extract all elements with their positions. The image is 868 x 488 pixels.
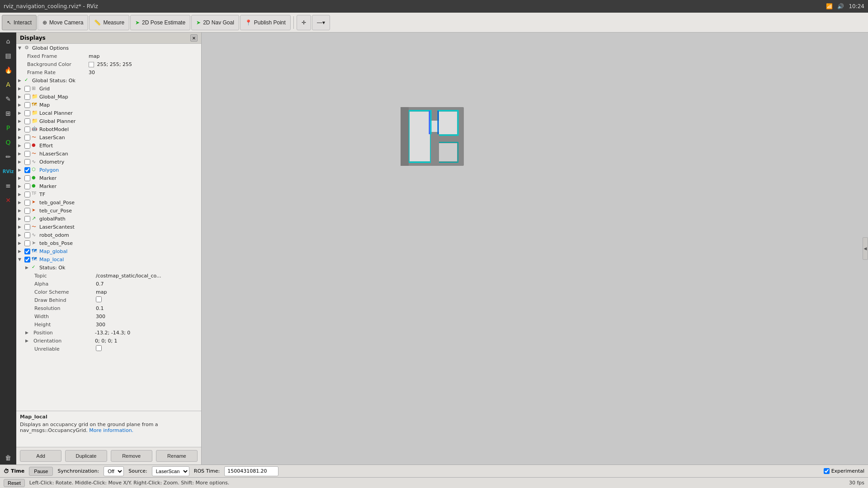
sidebar-icon-home[interactable]: ⌂	[1, 34, 15, 48]
tree-item-map-local[interactable]: ▼ 🗺 Map_local	[16, 255, 201, 263]
tree-item-odometry[interactable]: ▶ ∿ Odometry	[16, 158, 201, 166]
tree-item-laser-scantest[interactable]: ▶ 〜 LaserScantest	[16, 223, 201, 231]
sidebar-icon-list[interactable]: ≡	[1, 179, 15, 192]
tree-item-local-planner[interactable]: ▶ 📁 Local Planner	[16, 109, 201, 117]
tree-item-robot-odom[interactable]: ▶ ∿ robot_odom	[16, 231, 201, 239]
checkbox-laser-scantest[interactable]	[24, 224, 30, 230]
value-map-local-alpha: 0.7	[96, 281, 199, 287]
sidebar-icon-rviz[interactable]: RViz	[1, 164, 15, 178]
add-button[interactable]: Add	[20, 450, 61, 462]
prop-map-local-orientation[interactable]: ▶ Orientation 0; 0; 0; 1	[16, 337, 201, 345]
camera-icon: ⊕	[42, 19, 47, 26]
move-camera-button[interactable]: ⊕ Move Camera	[38, 15, 88, 30]
checkbox-effort[interactable]	[24, 143, 30, 149]
tree-item-effort[interactable]: ▶ ● Effort	[16, 141, 201, 150]
pause-button[interactable]: Pause	[29, 467, 53, 476]
tree-item-map-local-status[interactable]: ▶ ✓ Status: Ok	[16, 263, 201, 272]
tree-item-teb-goal-pose[interactable]: ▶ ➤ teb_goal_Pose	[16, 198, 201, 206]
tree-item-teb-obs-pose[interactable]: ▶ ➤ teb_obs_Pose	[16, 239, 201, 247]
collapse-handle[interactable]: ◀	[863, 237, 868, 260]
tree-item-robot-model[interactable]: ▶ 🤖 RobotModel	[16, 125, 201, 133]
crosshair-button[interactable]: ✛	[297, 15, 311, 30]
sidebar-icon-code[interactable]: P	[1, 121, 15, 135]
sidebar-icon-grid2[interactable]: ⊞	[1, 107, 15, 120]
checkbox-laser-scan[interactable]	[24, 135, 30, 141]
tree-item-teb-cur-pose[interactable]: ▶ ➤ teb_cur_Pose	[16, 206, 201, 215]
sync-select[interactable]: Off	[104, 466, 124, 476]
prop-map-local-color-scheme[interactable]: Color Scheme map	[16, 288, 201, 296]
tree-item-laser-scan[interactable]: ▶ 〜 LaserScan	[16, 133, 201, 141]
prop-map-local-height[interactable]: Height 300	[16, 320, 201, 328]
checkbox-global-map[interactable]	[24, 94, 30, 100]
checkbox-map-local[interactable]	[24, 257, 30, 263]
tree-item-global-map[interactable]: ▶ 📁 Global_Map	[16, 93, 201, 101]
checkbox-marker2[interactable]	[24, 183, 30, 189]
checkbox-local-planner[interactable]	[24, 110, 30, 116]
tree-item-hlaser-scan[interactable]: ▶ 〜 hLaserScan	[16, 150, 201, 158]
checkbox-polygon[interactable]	[24, 167, 30, 173]
prop-map-local-width[interactable]: Width 300	[16, 312, 201, 320]
tree-item-tf[interactable]: ▶ TF TF	[16, 190, 201, 198]
displays-close-button[interactable]: ✕	[190, 34, 198, 42]
prop-map-local-unreliable[interactable]: Unreliable	[16, 345, 201, 353]
checkbox-robot-model[interactable]	[24, 127, 30, 132]
prop-map-local-topic[interactable]: Topic /costmap_static/local_co...	[16, 272, 201, 280]
remove-button[interactable]: Remove	[111, 450, 152, 462]
sidebar-icon-edit[interactable]: ✎	[1, 92, 15, 106]
tree-item-global-path[interactable]: ▶ ↗ globalPath	[16, 215, 201, 223]
publish-point-button[interactable]: 📍 Publish Point	[240, 15, 291, 30]
tree-item-polygon[interactable]: ▶ ⬡ Polygon	[16, 166, 201, 174]
arrow-tf: ▶	[18, 192, 24, 197]
nav-goal-button[interactable]: ➤ 2D Nav Goal	[191, 15, 239, 30]
sidebar-icon-trash[interactable]: 🗑	[1, 451, 15, 465]
tree-item-map[interactable]: ▶ 🗺 Map	[16, 101, 201, 109]
prop-map-local-draw-behind[interactable]: Draw Behind	[16, 296, 201, 304]
measure-button[interactable]: 📏 Measure	[89, 15, 129, 30]
tree-item-global-planner[interactable]: ▶ 📁 Global Planner	[16, 117, 201, 125]
sidebar-icon-fire[interactable]: 🔥	[1, 63, 15, 77]
sidebar-icon-q[interactable]: Q	[1, 136, 15, 149]
checkbox-map-global[interactable]	[24, 249, 30, 254]
duplicate-button[interactable]: Duplicate	[65, 450, 107, 462]
minus-button[interactable]: —▾	[312, 15, 330, 30]
tree-item-marker2[interactable]: ▶ ● Marker	[16, 182, 201, 190]
displays-tree[interactable]: ▼ ⚙ Global Options Fixed Frame map Backg…	[16, 44, 201, 411]
sidebar-icon-layers[interactable]: ▤	[1, 49, 15, 62]
source-select[interactable]: LaserScan	[152, 466, 189, 476]
viewport[interactable]: ◀	[202, 33, 868, 465]
experimental-checkbox[interactable]	[824, 468, 830, 474]
checkbox-unreliable[interactable]	[96, 345, 102, 351]
checkbox-draw-behind[interactable]	[96, 296, 102, 302]
reset-button[interactable]: Reset	[4, 479, 25, 487]
checkbox-marker1[interactable]	[24, 175, 30, 181]
checkbox-map[interactable]	[24, 102, 30, 108]
description-link[interactable]: More information.	[89, 427, 133, 433]
tree-item-global-options[interactable]: ▼ ⚙ Global Options	[16, 44, 201, 52]
prop-map-local-alpha[interactable]: Alpha 0.7	[16, 280, 201, 288]
checkbox-robot-odom[interactable]	[24, 232, 30, 238]
checkbox-teb-goal-pose[interactable]	[24, 200, 30, 206]
tree-item-grid[interactable]: ▶ ⊞ Grid	[16, 84, 201, 93]
prop-map-local-resolution[interactable]: Resolution 0.1	[16, 304, 201, 312]
checkbox-global-planner[interactable]	[24, 118, 30, 124]
checkbox-teb-obs-pose[interactable]	[24, 240, 30, 246]
prop-map-local-position[interactable]: ▶ Position -13.2; -14.3; 0	[16, 328, 201, 337]
checkbox-tf[interactable]	[24, 192, 30, 197]
checkbox-hlaser-scan[interactable]	[24, 151, 30, 157]
interact-button[interactable]: ↖ Interact	[2, 15, 37, 30]
tree-item-map-global[interactable]: ▶ 🗺 Map_global	[16, 247, 201, 255]
prop-fixed-frame[interactable]: Fixed Frame map	[16, 52, 201, 60]
checkbox-teb-cur-pose[interactable]	[24, 208, 30, 214]
rename-button[interactable]: Rename	[156, 450, 198, 462]
prop-bg-color[interactable]: Background Color 255; 255; 255	[16, 60, 201, 68]
sidebar-icon-a[interactable]: A	[1, 78, 15, 91]
sidebar-icon-x[interactable]: ✕	[1, 193, 15, 207]
tree-item-global-status[interactable]: ▶ ✓ Global Status: Ok	[16, 76, 201, 84]
pose-estimate-button[interactable]: ➤ 2D Pose Estimate	[130, 15, 190, 30]
tree-item-marker1[interactable]: ▶ ● Marker	[16, 174, 201, 182]
checkbox-global-path[interactable]	[24, 216, 30, 222]
checkbox-grid[interactable]	[24, 86, 30, 92]
sidebar-icon-pencil[interactable]: ✏	[1, 150, 15, 164]
prop-frame-rate[interactable]: Frame Rate 30	[16, 68, 201, 76]
checkbox-odometry[interactable]	[24, 159, 30, 165]
